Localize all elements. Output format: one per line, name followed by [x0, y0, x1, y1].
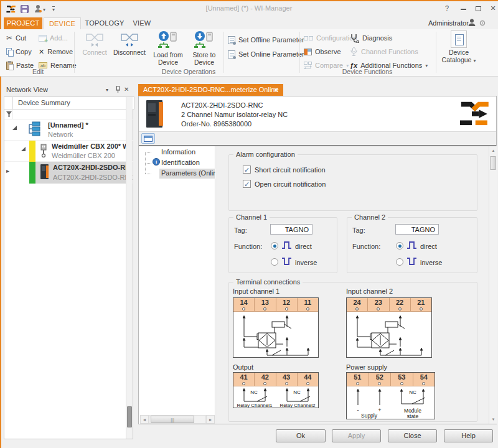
inverse-waveform-icon: [282, 257, 292, 266]
copy-button[interactable]: Copy: [6, 46, 32, 57]
status-bar-green: [29, 162, 35, 184]
svg-text:Relay Channel2: Relay Channel2: [280, 403, 316, 408]
maximize-button[interactable]: [472, 4, 484, 14]
channel1-title: Channel 1: [233, 213, 270, 221]
configuration-icon: [304, 34, 313, 42]
store-to-device-button[interactable]: Store toDevice: [187, 30, 222, 68]
open-circuit-checkbox[interactable]: ✓: [243, 180, 251, 188]
disconnect-button[interactable]: Disconnect: [112, 30, 147, 68]
observe-button[interactable]: Observe: [304, 46, 341, 57]
device-image: [146, 100, 162, 128]
channel1-inverse-radio[interactable]: [271, 258, 278, 266]
view-mode-button[interactable]: [141, 133, 155, 144]
device-description: 2 Channel Namur isolator-relay NC: [181, 111, 288, 118]
customize-quick-access-icon[interactable]: ▾: [52, 6, 55, 12]
channel1-tag-input[interactable]: TAGNO: [270, 224, 312, 235]
svg-text:Relay Channel1: Relay Channel1: [237, 403, 273, 408]
input-channel1-circuit: [233, 312, 318, 357]
input-channel1-diagram: 14 13 12 11: [233, 297, 319, 358]
pin-icon[interactable]: [115, 86, 121, 93]
user-settings-icon[interactable]: [479, 20, 486, 26]
svg-text:Supply: Supply: [361, 413, 378, 419]
diagnosis-button[interactable]: Diagnosis: [350, 32, 392, 44]
help-button[interactable]: ?: [441, 4, 453, 14]
load-from-device-button[interactable]: Load fromDevice: [151, 30, 186, 68]
scrollbar-thumb[interactable]: [127, 406, 132, 427]
tab-device[interactable]: DEVICE: [44, 17, 81, 29]
content-vertical-scrollbar[interactable]: ▲ ▼: [489, 146, 497, 424]
close-button-footer[interactable]: Close: [388, 429, 437, 442]
ok-button[interactable]: Ok: [276, 429, 326, 442]
tree-row-cbx200[interactable]: Weidmüller CBX 200* W... Weidmüller CBX …: [4, 141, 133, 162]
save-icon[interactable]: [21, 5, 29, 13]
network-view-close-icon[interactable]: ✕: [124, 86, 129, 93]
short-circuit-checkbox[interactable]: ✓: [243, 166, 251, 174]
login-user-icon[interactable]: [34, 4, 42, 13]
channel1-inverse-label: inverse: [295, 259, 317, 266]
tree-row-act20x[interactable]: ▸ ACT20X-2HDI-2SDO-RN ACT20X-2HDI-2SDO-R…: [4, 162, 133, 184]
document-tab-title: ACT20X-2HDI-2SDO-RNC...meterize Online: [143, 86, 279, 93]
power-supply-title: Power supply: [346, 363, 387, 371]
nav-scroll-left-button[interactable]: ◂: [140, 415, 149, 424]
scrollbar-thumb[interactable]: |||: [151, 416, 194, 423]
online-parameter-icon: [228, 50, 235, 58]
nav-item-information[interactable]: Information: [161, 148, 195, 156]
channel2-tag-input[interactable]: TAGNO: [395, 224, 439, 235]
terminal-connections-title: Terminal connections: [233, 278, 303, 286]
connect-button[interactable]: Connect: [77, 30, 112, 68]
configuration-button[interactable]: Configuration: [304, 32, 357, 44]
set-offline-parameter-button[interactable]: Set Offline Parameter: [228, 34, 304, 45]
alarm-configuration-group: Alarm configuration ✓ Short circuit noti…: [228, 154, 477, 211]
store-to-device-icon: [194, 30, 215, 49]
tree-row-subtitle: Weidmüller CBX 200: [52, 152, 115, 159]
network-view-title: Network View: [6, 86, 48, 93]
login-dropdown-icon[interactable]: ▾: [43, 7, 45, 12]
window-border-top: [0, 0, 498, 1]
scrollbar-thumb[interactable]: [490, 156, 496, 170]
channel2-direct-radio[interactable]: [396, 242, 403, 250]
channel1-tag-label: Tag:: [234, 226, 247, 234]
add-button[interactable]: Add...: [39, 32, 68, 44]
close-button[interactable]: ✕: [487, 4, 498, 14]
nav-item-parameters[interactable]: Parameters (Online): [161, 169, 215, 177]
scroll-down-button[interactable]: ▼: [489, 415, 497, 424]
network-panel-scrollbar[interactable]: [126, 97, 133, 439]
nav-item-identification[interactable]: Identification: [161, 159, 200, 166]
input-channel2-title: Input channel 2: [346, 287, 393, 295]
channel1-direct-radio[interactable]: [271, 242, 278, 250]
expander-icon[interactable]: [12, 126, 17, 130]
tab-view[interactable]: VIEW: [128, 17, 156, 29]
expander-icon[interactable]: [21, 147, 26, 151]
network-tree-panel: Device Summary [Unnamed] * Network: [4, 96, 133, 439]
remove-button[interactable]: ✕Remove: [39, 46, 73, 57]
device-catalogue-dropdown-icon: ▾: [473, 58, 476, 63]
apply-button[interactable]: Apply: [332, 429, 381, 442]
svg-text:i: i: [156, 159, 157, 165]
minimize-button[interactable]: [457, 4, 469, 14]
document-tab[interactable]: ACT20X-2HDI-2SDO-RNC...meterize Online ✕: [138, 84, 283, 96]
user-icon[interactable]: [468, 19, 476, 27]
network-view-dropdown-icon[interactable]: ▾: [106, 87, 108, 93]
cut-button[interactable]: ✂Cut: [6, 32, 26, 44]
device-summary-header[interactable]: Device Summary: [12, 96, 134, 110]
tab-topology[interactable]: TOPOLOGY: [83, 17, 126, 29]
nav-scroll-right-button[interactable]: ▸: [206, 415, 215, 424]
scroll-up-button[interactable]: ▲: [489, 146, 497, 155]
direct-waveform-icon: [407, 241, 417, 250]
channel2-function-label: Function:: [352, 243, 380, 250]
device-catalogue-button[interactable]: DeviceCatalogue ▾: [439, 30, 478, 68]
network-icon: [27, 121, 40, 136]
help-button-footer[interactable]: Help: [444, 429, 493, 442]
channel-functions-button[interactable]: Channel Functions: [350, 46, 418, 57]
cut-icon: ✂: [6, 34, 12, 42]
filter-row[interactable]: [4, 110, 133, 119]
channel2-inverse-radio[interactable]: [396, 258, 403, 266]
tab-project[interactable]: PROJECT: [4, 17, 42, 29]
set-online-parameter-button[interactable]: Set Online Parameter: [228, 49, 304, 60]
tree-row-network[interactable]: [Unnamed] * Network: [4, 119, 133, 141]
document-toolbar: [139, 131, 496, 145]
weidmueller-logo: [454, 100, 490, 126]
nav-horizontal-scrollbar[interactable]: |||: [149, 415, 206, 424]
document-tab-close-icon[interactable]: ✕: [274, 84, 279, 96]
svg-text:NC: NC: [250, 390, 258, 395]
